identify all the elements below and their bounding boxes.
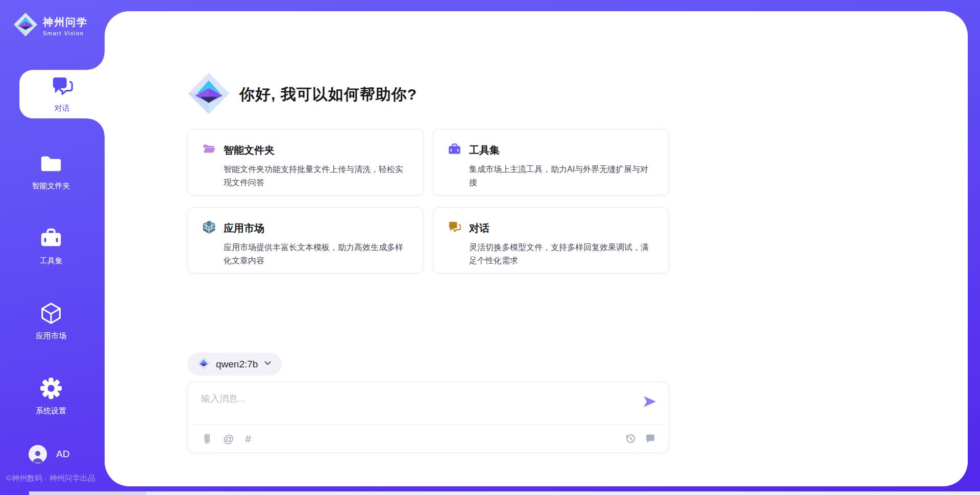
message-composer: @ # xyxy=(187,382,669,453)
chat-bubble-icon[interactable] xyxy=(645,433,655,443)
card-title: 智能文件夹 xyxy=(224,143,275,157)
mention-icon[interactable]: @ xyxy=(223,433,234,444)
horizontal-scrollbar[interactable] xyxy=(29,491,980,495)
sidebar-item-label: 系统设置 xyxy=(36,406,66,416)
tab-fillet-bottom xyxy=(87,118,105,136)
copyright-text: ©神州数码 · 神州问学出品 xyxy=(6,474,95,483)
send-icon[interactable] xyxy=(643,395,656,410)
folder-icon xyxy=(39,152,63,177)
greeting: 你好, 我可以如何帮助你? xyxy=(187,72,417,117)
composer-toolbar: @ # xyxy=(188,425,669,452)
card-description: 应用市场提供丰富长文本模板，助力高效生成多样化文章内容 xyxy=(224,241,409,267)
grid-cube-icon xyxy=(202,220,216,236)
gear-icon xyxy=(39,377,63,402)
card-toolset[interactable]: 工具集 集成市场上主流工具，助力AI与外界无缝扩展与对接 xyxy=(433,129,669,195)
card-description: 集成市场上主流工具，助力AI与外界无缝扩展与对接 xyxy=(469,163,654,189)
sidebar-item-label: 智能文件夹 xyxy=(32,181,70,191)
greeting-title: 你好, 我可以如何帮助你? xyxy=(239,84,417,105)
chat-icon xyxy=(51,75,74,101)
model-name: qwen2:7b xyxy=(216,359,258,370)
card-chat[interactable]: 对话 灵活切换多模型文件，支持多样回复效果调试，满足个性化需求 xyxy=(433,207,669,274)
model-diamond-icon xyxy=(197,357,210,372)
history-icon[interactable] xyxy=(625,433,636,444)
model-selector[interactable]: qwen2:7b xyxy=(187,353,282,376)
brand-logo: 神州问学 Smart Vision xyxy=(13,12,88,39)
sidebar-item-folders[interactable]: 智能文件夹 xyxy=(0,150,102,192)
card-smart-folders[interactable]: 智能文件夹 智能文件夹功能支持批量文件上传与清洗，轻松实现文件问答 xyxy=(187,129,424,195)
chat-icon xyxy=(448,220,461,236)
attachment-icon[interactable] xyxy=(201,433,212,444)
card-title: 对话 xyxy=(469,221,489,235)
cube-icon xyxy=(39,302,63,327)
content-area: 你好, 我可以如何帮助你? 智能文件夹 智能文件夹功能支持批量文件上传与清洗，轻… xyxy=(187,0,669,475)
sidebar-item-label: 工具集 xyxy=(40,256,63,266)
sidebar-item-label: 应用市场 xyxy=(36,331,66,341)
sidebar-item-chat[interactable]: 对话 xyxy=(19,70,105,118)
sidebar-item-settings[interactable]: 系统设置 xyxy=(0,375,102,417)
sidebar: 神州问学 Smart Vision 对话 智能文件夹 xyxy=(0,0,105,495)
brand-subtitle: Smart Vision xyxy=(43,30,88,36)
scrollbar-thumb[interactable] xyxy=(29,491,146,495)
user-profile[interactable]: AD xyxy=(29,445,69,463)
card-title: 工具集 xyxy=(469,143,500,157)
brand-name: 神州问学 xyxy=(43,15,88,29)
sidebar-item-marketplace[interactable]: 应用市场 xyxy=(0,300,102,342)
card-title: 应用市场 xyxy=(224,221,264,235)
brand-diamond-icon xyxy=(13,12,38,39)
card-description: 智能文件夹功能支持批量文件上传与清洗，轻松实现文件问答 xyxy=(224,163,409,189)
feature-cards: 智能文件夹 智能文件夹功能支持批量文件上传与清洗，轻松实现文件问答 工具集 集成… xyxy=(187,129,669,274)
sidebar-item-tools[interactable]: 工具集 xyxy=(0,225,102,267)
toolbox-icon xyxy=(448,142,461,158)
sidebar-item-label: 对话 xyxy=(55,104,70,113)
tab-fillet-top xyxy=(87,53,105,70)
avatar xyxy=(29,445,47,463)
toolbox-icon xyxy=(39,227,63,252)
folder-open-icon xyxy=(202,142,216,158)
message-input[interactable] xyxy=(201,392,635,422)
hashtag-icon[interactable]: # xyxy=(245,433,251,444)
card-app-market[interactable]: 应用市场 应用市场提供丰富长文本模板，助力高效生成多样化文章内容 xyxy=(187,207,424,274)
user-initials: AD xyxy=(56,449,69,460)
card-description: 灵活切换多模型文件，支持多样回复效果调试，满足个性化需求 xyxy=(469,241,654,267)
greeting-diamond-icon xyxy=(187,72,230,117)
chevron-down-icon xyxy=(263,359,272,369)
